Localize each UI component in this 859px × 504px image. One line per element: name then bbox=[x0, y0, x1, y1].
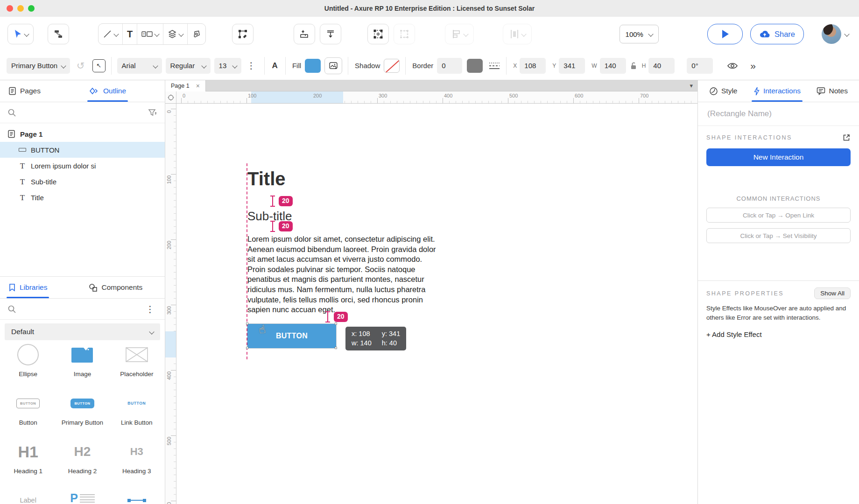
avatar[interactable] bbox=[822, 24, 841, 44]
show-all-button[interactable]: Show All bbox=[814, 287, 851, 299]
widget-button[interactable]: BUTTON Button bbox=[1, 382, 55, 431]
design-canvas[interactable]: Title 20 Sub-title 20 Lorem ipsum dolor … bbox=[176, 104, 697, 504]
selection-handle[interactable] bbox=[335, 322, 337, 325]
widget-style-select[interactable]: Primary Button bbox=[7, 58, 70, 74]
font-weight-select[interactable]: Regular bbox=[166, 58, 211, 74]
widget-heading-2[interactable]: H2 Heading 2 bbox=[55, 431, 109, 479]
widget-heading-1[interactable]: H1 Heading 1 bbox=[1, 431, 55, 479]
library-options-button[interactable]: ⋮ bbox=[146, 305, 155, 314]
widget-paragraph[interactable]: P Paragraph bbox=[55, 479, 109, 504]
tree-item-title[interactable]: T Title bbox=[0, 189, 165, 205]
tab-outline[interactable]: Outline bbox=[89, 80, 126, 102]
tab-components[interactable]: Components bbox=[88, 277, 142, 298]
tree-item-lorem[interactable]: T Lorem ipsum dolor si bbox=[0, 158, 165, 174]
page-tab[interactable]: Page 1 × bbox=[165, 80, 206, 91]
canvas-title-widget[interactable]: Title bbox=[247, 169, 286, 189]
add-style-effect-button[interactable]: + Add Style Effect bbox=[698, 322, 859, 338]
height-field[interactable]: 40 bbox=[648, 58, 675, 74]
filter-icon[interactable] bbox=[148, 108, 157, 117]
share-button[interactable]: Share bbox=[750, 24, 804, 44]
tree-item-button[interactable]: BUTTON bbox=[0, 142, 165, 158]
tab-list-dropdown-icon[interactable]: ▾ bbox=[690, 82, 693, 89]
font-family-select[interactable]: Arial bbox=[117, 58, 162, 74]
border-style-button[interactable] bbox=[488, 62, 500, 70]
widget-horizontal-line[interactable]: Horizontal Line bbox=[110, 479, 164, 504]
common-interaction-set-visibility-button[interactable]: Click or Tap → Set Visibility bbox=[706, 228, 851, 243]
widget-placeholder[interactable]: Placeholder bbox=[110, 334, 164, 382]
shapes-tool-button[interactable] bbox=[163, 24, 187, 44]
minimize-window-button[interactable] bbox=[17, 5, 24, 12]
tree-item-page-1[interactable]: Page 1 bbox=[0, 126, 165, 142]
border-color-swatch[interactable] bbox=[467, 59, 483, 73]
more-text-options-button[interactable]: ⋮ bbox=[247, 61, 256, 70]
chevron-down-icon bbox=[61, 63, 66, 68]
widget-ellipse[interactable]: Ellipse bbox=[1, 334, 55, 382]
search-icon[interactable] bbox=[7, 305, 16, 314]
tree-item-subtitle[interactable]: T Sub-title bbox=[0, 174, 165, 189]
rotation-field[interactable]: 0° bbox=[687, 58, 713, 74]
group-button[interactable] bbox=[367, 24, 389, 44]
text-tool-button[interactable]: T bbox=[122, 24, 137, 44]
tab-pages[interactable]: Pages bbox=[8, 80, 41, 102]
selection-handle[interactable] bbox=[246, 322, 248, 325]
format-toolbar: Primary Button ↻ ↖ Arial Regular 13 ⋮ A … bbox=[0, 51, 859, 80]
text-color-button[interactable]: A bbox=[272, 61, 278, 70]
close-tab-icon[interactable]: × bbox=[196, 83, 200, 89]
ungroup-icon bbox=[399, 29, 409, 39]
connector-tool-button[interactable] bbox=[48, 24, 69, 44]
search-icon[interactable] bbox=[7, 108, 16, 117]
aspect-lock-button[interactable] bbox=[630, 62, 637, 70]
pen-tool-button[interactable] bbox=[187, 24, 205, 44]
chevron-down-icon bbox=[155, 31, 160, 36]
ruler-origin-control[interactable] bbox=[165, 91, 176, 104]
tab-interactions[interactable]: Interactions bbox=[753, 80, 801, 102]
shadow-swatch[interactable] bbox=[384, 59, 400, 73]
zoom-level-select[interactable]: 100% bbox=[620, 25, 659, 43]
active-tab-underline bbox=[752, 100, 803, 102]
send-to-back-button[interactable] bbox=[320, 24, 341, 44]
bring-to-front-button[interactable] bbox=[294, 24, 315, 44]
widget-primary-button[interactable]: BUTTON Primary Button bbox=[55, 382, 109, 431]
fill-color-swatch[interactable] bbox=[305, 59, 321, 73]
x-position-field[interactable]: 108 bbox=[520, 58, 546, 74]
more-format-options-button[interactable]: » bbox=[750, 60, 755, 71]
border-width-field[interactable]: 0 bbox=[437, 58, 462, 74]
tab-libraries[interactable]: Libraries bbox=[8, 277, 47, 298]
widget-name-input[interactable] bbox=[706, 109, 851, 119]
y-position-field[interactable]: 341 bbox=[559, 58, 585, 74]
account-chevron-down-icon[interactable] bbox=[844, 31, 849, 36]
transform-points-button[interactable] bbox=[232, 24, 253, 44]
library-select[interactable]: Default bbox=[5, 323, 160, 340]
font-size-select[interactable]: 13 bbox=[214, 58, 241, 74]
tab-style[interactable]: Style bbox=[709, 80, 737, 102]
zoom-window-button[interactable] bbox=[28, 5, 35, 12]
widget-label-item[interactable]: Label Label bbox=[1, 479, 55, 504]
open-external-icon[interactable] bbox=[842, 133, 851, 142]
visibility-button[interactable] bbox=[727, 61, 738, 70]
widget-heading-3[interactable]: H3 Heading 3 bbox=[110, 431, 164, 479]
new-interaction-button[interactable]: New Interaction bbox=[706, 148, 851, 166]
line-tool-button[interactable] bbox=[99, 24, 122, 44]
spacing-measure: 20 bbox=[325, 311, 348, 323]
selection-handle[interactable] bbox=[246, 347, 248, 349]
canvas-paragraph-widget[interactable]: Lorem ipsum dolor sit amet, consectetur … bbox=[247, 234, 442, 315]
tab-notes[interactable]: Notes bbox=[817, 80, 848, 102]
widget-image[interactable]: Image bbox=[55, 334, 109, 382]
select-tool-button[interactable] bbox=[7, 24, 34, 44]
spacing-badge: 20 bbox=[279, 196, 293, 206]
selection-handle[interactable] bbox=[335, 347, 337, 349]
ungroup-button bbox=[394, 24, 415, 44]
fill-image-button[interactable] bbox=[324, 57, 342, 74]
widget-link-button[interactable]: BUTTON Link Button bbox=[110, 382, 164, 431]
svg-text:T: T bbox=[143, 33, 145, 36]
select-style-target-button[interactable]: ↖ bbox=[92, 59, 106, 72]
w-label: W bbox=[591, 63, 597, 69]
ruler-tick-label: 200 bbox=[166, 241, 172, 249]
text-field-tool-button[interactable]: T bbox=[137, 24, 163, 44]
ruler-selection-highlight bbox=[165, 331, 176, 357]
font-size-value: 13 bbox=[219, 62, 227, 70]
width-field[interactable]: 140 bbox=[600, 58, 626, 74]
common-interaction-open-link-button[interactable]: Click or Tap → Open Link bbox=[706, 208, 851, 223]
close-window-button[interactable] bbox=[7, 5, 13, 12]
preview-button[interactable] bbox=[707, 24, 743, 44]
